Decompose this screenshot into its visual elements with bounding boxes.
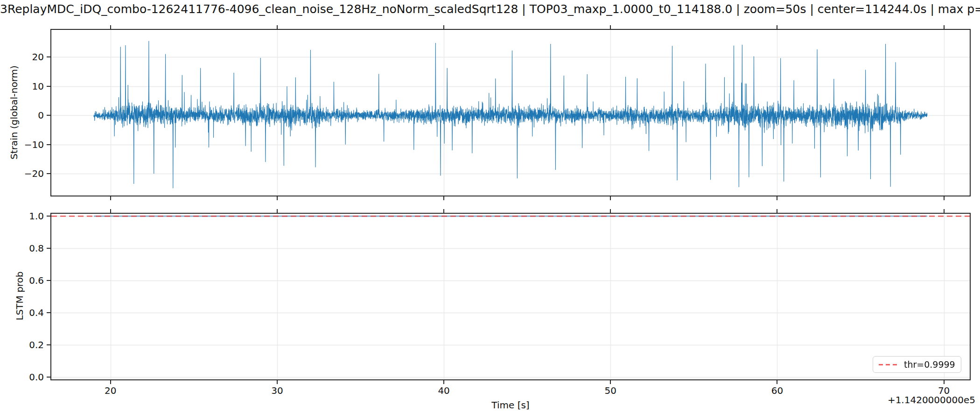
legend-threshold-label: thr=0.9999 bbox=[904, 359, 955, 370]
probability-plot-area bbox=[50, 213, 971, 380]
figure-canvas: { "title": "3ReplayMDC_iDQ_combo-1262411… bbox=[0, 0, 980, 420]
axis-tick-mark bbox=[47, 216, 50, 217]
threshold-dash-icon bbox=[879, 364, 898, 365]
axis-tick-mark bbox=[777, 380, 777, 384]
x-tick-label: 40 bbox=[438, 385, 449, 396]
axis-tick-mark bbox=[777, 196, 777, 200]
legend-box: thr=0.9999 bbox=[873, 356, 961, 373]
x-tick-label: 30 bbox=[271, 385, 283, 396]
axis-tick-mark bbox=[47, 144, 50, 145]
x-axis-label: Time [s] bbox=[491, 399, 529, 411]
x-tick-label: 70 bbox=[938, 385, 950, 396]
x-tick-label: 60 bbox=[771, 385, 783, 396]
axis-tick-mark bbox=[47, 280, 50, 281]
axis-tick-mark bbox=[110, 196, 111, 200]
axis-tick-mark bbox=[47, 173, 50, 174]
prob-y-tick-label: 0.8 bbox=[11, 243, 44, 254]
axis-tick-mark bbox=[47, 115, 50, 116]
axis-tick-mark bbox=[777, 209, 777, 213]
axis-tick-mark bbox=[277, 209, 278, 213]
axis-tick-mark bbox=[110, 25, 111, 29]
prob-y-tick-label: 1.0 bbox=[11, 210, 44, 222]
strain-y-tick-label: 0 bbox=[11, 110, 44, 121]
prob-y-tick-label: 0.6 bbox=[11, 275, 44, 286]
axis-tick-mark bbox=[944, 380, 945, 384]
x-tick-label: 50 bbox=[605, 385, 616, 396]
axis-tick-mark bbox=[277, 380, 278, 384]
axis-tick-mark bbox=[610, 196, 611, 200]
prob-y-tick-label: 0.4 bbox=[11, 307, 44, 318]
axis-tick-mark bbox=[610, 25, 611, 29]
strain-plot-area bbox=[50, 29, 971, 196]
axis-tick-mark bbox=[610, 209, 611, 213]
probability-curve-canvas bbox=[51, 214, 970, 379]
x-axis-offset-text: +1.1420000000e5 bbox=[888, 394, 975, 406]
axis-tick-mark bbox=[47, 312, 50, 313]
axis-tick-mark bbox=[443, 25, 444, 29]
axis-tick-mark bbox=[110, 209, 111, 213]
axis-tick-mark bbox=[47, 86, 50, 87]
axis-tick-mark bbox=[944, 25, 945, 29]
axis-tick-mark bbox=[277, 196, 278, 200]
axis-tick-mark bbox=[277, 25, 278, 29]
axis-tick-mark bbox=[47, 56, 50, 57]
prob-y-tick-label: 0.2 bbox=[11, 339, 44, 350]
strain-waveform-canvas bbox=[51, 30, 970, 196]
prob-y-tick-label: 0.0 bbox=[11, 371, 44, 383]
axis-tick-mark bbox=[443, 209, 444, 213]
axis-tick-mark bbox=[610, 380, 611, 384]
axis-tick-mark bbox=[443, 196, 444, 200]
axis-tick-mark bbox=[944, 209, 945, 213]
strain-y-tick-label: −20 bbox=[11, 168, 44, 179]
axis-tick-mark bbox=[777, 25, 777, 29]
axis-tick-mark bbox=[47, 248, 50, 249]
strain-y-tick-label: 20 bbox=[11, 51, 44, 63]
axis-tick-mark bbox=[944, 196, 945, 200]
x-tick-label: 20 bbox=[105, 385, 116, 396]
axis-tick-mark bbox=[443, 380, 444, 384]
figure-title: 3ReplayMDC_iDQ_combo-1262411776-4096_cle… bbox=[0, 1, 980, 18]
axis-tick-mark bbox=[47, 377, 50, 378]
strain-y-tick-label: −10 bbox=[11, 139, 44, 150]
axis-tick-mark bbox=[47, 344, 50, 345]
strain-y-tick-label: 10 bbox=[11, 81, 44, 92]
axis-tick-mark bbox=[110, 380, 111, 384]
